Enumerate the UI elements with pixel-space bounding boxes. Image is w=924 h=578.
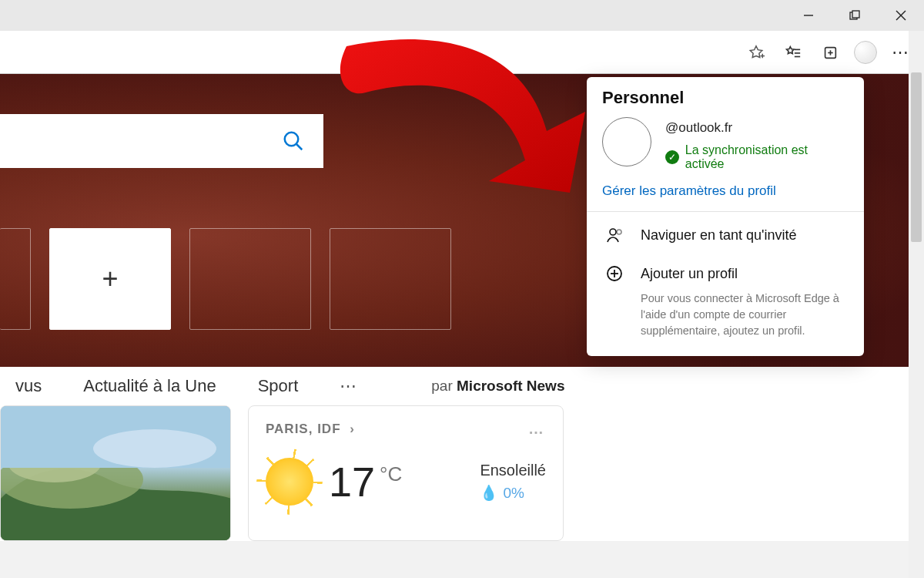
news-card-image[interactable] xyxy=(0,405,231,541)
weather-card-more[interactable]: … xyxy=(528,420,546,438)
avatar-icon xyxy=(854,41,877,64)
vertical-scrollbar[interactable] xyxy=(909,31,924,578)
plus-icon: + xyxy=(102,263,118,295)
search-icon xyxy=(282,129,305,153)
weather-precip: 💧0% xyxy=(480,484,546,502)
news-tabs: vus Actualité à la Une Sport ⋯ par Micro… xyxy=(0,367,924,401)
svg-point-19 xyxy=(610,229,616,235)
minimize-icon xyxy=(803,10,814,21)
browse-as-guest-label: Naviguer en tant qu'invité xyxy=(641,227,797,244)
weather-temperature: 17°C xyxy=(329,458,402,506)
plus-circle-icon xyxy=(604,264,625,283)
weather-card[interactable]: PARIS, IDF › … 17°C Ensoleillé 💧0% xyxy=(248,405,564,541)
quick-link-tile[interactable] xyxy=(0,228,31,330)
weather-condition: Ensoleillé xyxy=(480,462,546,479)
news-tab-une[interactable]: Actualité à la Une xyxy=(83,376,216,396)
scrollbar-thumb[interactable] xyxy=(911,72,922,242)
add-profile[interactable]: Ajouter un profil xyxy=(587,249,864,287)
profile-avatar xyxy=(602,117,651,166)
svg-line-14 xyxy=(296,144,303,150)
news-by-prefix: par xyxy=(431,378,457,394)
quick-link-tile[interactable] xyxy=(330,228,451,330)
favorites-button[interactable] xyxy=(776,36,810,69)
weather-location[interactable]: PARIS, IDF xyxy=(266,422,341,436)
star-lines-icon xyxy=(785,44,802,61)
window-close-button[interactable] xyxy=(878,0,924,31)
check-circle-icon: ✓ xyxy=(665,150,679,164)
star-plus-icon xyxy=(748,44,765,61)
collections-button[interactable] xyxy=(813,36,847,69)
profile-sync-status: ✓ La synchronisation est activée xyxy=(665,143,849,171)
profile-flyout-title: Personnel xyxy=(587,77,864,114)
svg-point-13 xyxy=(285,133,299,146)
search-bar[interactable] xyxy=(0,114,323,168)
news-source: par Microsoft News xyxy=(431,378,564,395)
chevron-right-icon: › xyxy=(350,422,355,436)
browser-toolbar: ⋯ xyxy=(0,31,924,74)
news-tab-vus[interactable]: vus xyxy=(15,376,42,396)
add-favorite-button[interactable] xyxy=(739,36,773,69)
add-profile-label: Ajouter un profil xyxy=(641,266,738,282)
svg-point-18 xyxy=(93,429,216,468)
close-icon xyxy=(896,10,906,21)
add-quick-link-tile[interactable]: + xyxy=(49,228,171,330)
svg-rect-2 xyxy=(852,11,859,18)
collections-icon xyxy=(822,44,839,61)
guest-icon xyxy=(604,226,625,244)
window-titlebar xyxy=(0,0,924,31)
add-profile-description: Pour vous connecter à Microsoft Edge à l… xyxy=(587,287,864,342)
sun-icon xyxy=(266,458,313,506)
ellipsis-icon: ⋯ xyxy=(892,42,911,62)
browse-as-guest[interactable]: Naviguer en tant qu'invité xyxy=(587,212,864,249)
manage-profile-link[interactable]: Gérer les paramètres du profil xyxy=(587,179,864,211)
droplet-icon: 💧 xyxy=(480,485,498,501)
news-tab-more[interactable]: ⋯ xyxy=(340,376,359,396)
current-profile[interactable]: @outlook.fr ✓ La synchronisation est act… xyxy=(587,114,864,179)
svg-point-20 xyxy=(617,230,621,234)
quick-link-tile[interactable] xyxy=(189,228,311,330)
profile-email: @outlook.fr xyxy=(665,120,849,136)
window-maximize-button[interactable] xyxy=(832,0,878,31)
profile-button[interactable] xyxy=(850,36,881,69)
news-tab-sport[interactable]: Sport xyxy=(258,376,299,396)
profile-flyout: Personnel @outlook.fr ✓ La synchronisati… xyxy=(587,77,864,356)
news-card-thumbnail xyxy=(1,406,231,541)
news-cards: PARIS, IDF › … 17°C Ensoleillé 💧0% xyxy=(0,401,924,541)
window-minimize-button[interactable] xyxy=(785,0,832,31)
quick-links: + xyxy=(0,228,451,330)
news-by-source: Microsoft News xyxy=(457,378,564,394)
maximize-icon xyxy=(849,10,860,21)
